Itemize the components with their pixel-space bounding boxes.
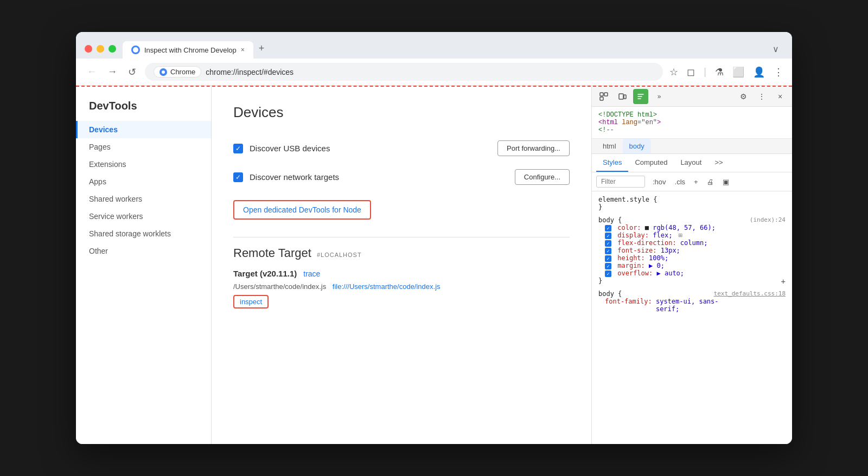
add-property-button[interactable]: +	[781, 277, 786, 286]
html-preview: <!DOCTYPE html> <html lang="en"> <!--	[592, 107, 792, 139]
remote-target-title: Remote Target	[233, 246, 311, 260]
more-panels-icon[interactable]: »	[652, 89, 667, 104]
prop-flex-dir: ✓ flex-direction: column;	[598, 239, 786, 247]
new-tab-button[interactable]: +	[254, 38, 269, 59]
nav-bar: ← → ↺ Chrome chrome://inspect/#devices ☆…	[76, 59, 792, 86]
svg-rect-5	[600, 97, 603, 100]
sidebar-item-apps[interactable]: Apps	[76, 173, 211, 190]
inspect-link[interactable]: inspect	[233, 295, 269, 308]
devtools-menu-icon[interactable]: ⋮	[754, 89, 769, 104]
extension-icon[interactable]: ◻	[687, 66, 695, 78]
sidebar-item-extensions[interactable]: Extensions	[76, 156, 211, 173]
target-path: /Users/stmarthe/code/index.js file:///Us…	[233, 282, 570, 291]
minimize-button[interactable]	[97, 45, 104, 53]
sidebar-item-shared-workers[interactable]: Shared workers	[76, 190, 211, 208]
browser-tab-active[interactable]: Inspect with Chrome Develop ×	[123, 41, 253, 59]
lab-icon[interactable]: ⚗	[715, 66, 724, 78]
styles-tabs: Styles Computed Layout >>	[592, 154, 792, 172]
tab-title: Inspect with Chrome Develop	[144, 46, 237, 54]
elements-panel-icon[interactable]	[633, 89, 648, 104]
html-tab[interactable]: html	[596, 139, 623, 153]
chrome-icon	[159, 68, 167, 76]
menu-icon[interactable]: ⋮	[774, 66, 783, 78]
devtools-close-icon[interactable]: ×	[773, 89, 788, 104]
devtools-node-link[interactable]: Open dedicated DevTools for Node	[233, 200, 371, 220]
tab-menu-button[interactable]: ∨	[768, 40, 783, 59]
configure-button[interactable]: Configure...	[515, 169, 570, 185]
split-icon[interactable]: ⬜	[732, 66, 744, 78]
sidebar-item-service-workers[interactable]: Service workers	[76, 208, 211, 225]
prop-font-size-checkbox[interactable]: ✓	[605, 248, 611, 254]
localhost-badge: #LOCALHOST	[317, 252, 362, 258]
title-bar: Inspect with Chrome Develop × + ∨	[76, 32, 792, 59]
prop-display: ✓ display: flex; ⊞	[598, 231, 786, 239]
prop-overflow-checkbox[interactable]: ✓	[605, 271, 611, 277]
sidebar-item-pages[interactable]: Pages	[76, 138, 211, 156]
layout-tab[interactable]: Layout	[674, 154, 708, 172]
filter-actions: :hov .cls + 🖨 ▣	[649, 177, 732, 187]
close-button[interactable]	[85, 45, 92, 53]
print-icon[interactable]: 🖨	[704, 177, 717, 187]
traffic-lights	[85, 45, 116, 53]
port-forwarding-button[interactable]: Port forwarding...	[497, 140, 570, 156]
prop-flex-dir-checkbox[interactable]: ✓	[605, 240, 611, 247]
target-path-text: /Users/stmarthe/code/index.js	[233, 282, 326, 291]
prop-margin: ✓ margin: ▶ 0;	[598, 262, 786, 269]
sidebar-item-shared-storage[interactable]: Shared storage worklets	[76, 225, 211, 242]
sidebar-nav: Devices Pages Extensions Apps Shared wor…	[76, 121, 211, 260]
element-style-selector: element.style {	[598, 196, 786, 203]
styles-tab[interactable]: Styles	[596, 154, 628, 172]
styles-content: element.style { } body { (index):24 ✓ co…	[592, 191, 792, 444]
discover-usb-label: Discover USB devices	[250, 144, 491, 153]
settings-icon[interactable]: ⚙	[736, 89, 751, 104]
sidebar-item-devices[interactable]: Devices	[76, 121, 211, 138]
prop-display-checkbox[interactable]: ✓	[605, 233, 611, 239]
reload-button[interactable]: ↺	[126, 64, 138, 80]
back-button[interactable]: ←	[85, 64, 99, 80]
body-tab[interactable]: body	[623, 139, 651, 153]
html-line-3: <!--	[598, 126, 786, 134]
svg-point-0	[133, 47, 138, 53]
body-selector-2: body { text_defaults.css:18	[598, 290, 786, 298]
forward-button[interactable]: →	[105, 64, 119, 80]
devtools-toolbar: » ⚙ ⋮ ×	[592, 87, 792, 107]
body-rule-2: body { text_defaults.css:18 font-family:…	[598, 290, 786, 313]
svg-rect-7	[624, 95, 626, 99]
svg-rect-3	[600, 93, 603, 96]
tab-favicon	[131, 46, 140, 54]
discover-usb-checkbox[interactable]: ✓	[233, 144, 243, 153]
maximize-button[interactable]	[108, 45, 116, 53]
sidebar-title: DevTools	[76, 100, 211, 121]
bookmark-icon[interactable]: ☆	[669, 66, 678, 78]
styles-filter: :hov .cls + 🖨 ▣	[592, 172, 792, 191]
computed-tab[interactable]: Computed	[628, 154, 674, 172]
main-content: DevTools Devices Pages Extensions Apps S…	[76, 87, 792, 444]
nav-actions: ☆ ◻ | ⚗ ⬜ 👤 ⋮	[669, 66, 783, 78]
profile-icon[interactable]: 👤	[753, 66, 765, 78]
body-rule-1: body { (index):24 ✓ color: ■ rgb(48, 57,…	[598, 216, 786, 285]
add-style-button[interactable]: +	[691, 177, 701, 187]
svg-rect-4	[604, 93, 608, 96]
discover-network-checkbox[interactable]: ✓	[233, 172, 243, 182]
element-picker-icon[interactable]	[596, 89, 611, 104]
chrome-label: Chrome	[170, 68, 195, 76]
more-tabs[interactable]: >>	[708, 154, 729, 172]
prop-color-checkbox[interactable]: ✓	[605, 225, 611, 231]
target-file-link[interactable]: file:///Users/stmarthe/code/index.js	[333, 282, 441, 291]
styles-filter-input[interactable]	[596, 176, 645, 188]
target-trace-link[interactable]: trace	[303, 269, 320, 278]
tabs-bar: Inspect with Chrome Develop × + ∨	[123, 38, 783, 59]
address-bar[interactable]: Chrome chrome://inspect/#devices	[145, 63, 663, 81]
target-row: Target (v20.11.1) trace	[233, 269, 570, 278]
discover-network-label: Discover network targets	[250, 172, 508, 182]
prop-height-checkbox[interactable]: ✓	[605, 255, 611, 262]
sidebar-item-other[interactable]: Other	[76, 242, 211, 260]
content-area: Devices ✓ Discover USB devices Port forw…	[212, 87, 591, 444]
prop-overflow: ✓ overflow: ▶ auto;	[598, 269, 786, 277]
prop-margin-checkbox[interactable]: ✓	[605, 263, 611, 269]
device-mode-icon[interactable]	[615, 89, 630, 104]
tab-close-button[interactable]: ×	[241, 46, 245, 54]
toggle-sidebar-icon[interactable]: ▣	[719, 177, 732, 187]
hov-button[interactable]: :hov	[649, 177, 669, 187]
cls-button[interactable]: .cls	[672, 177, 689, 187]
